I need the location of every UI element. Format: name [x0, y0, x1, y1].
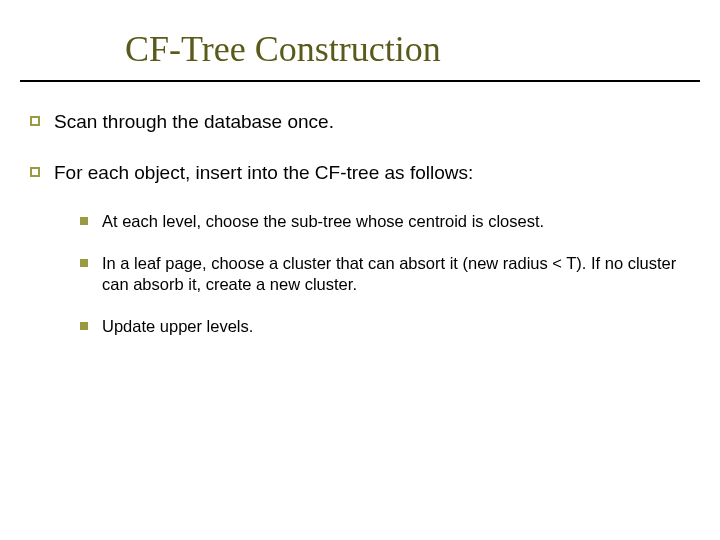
- slide-title: CF-Tree Construction: [125, 28, 680, 70]
- list-item: In a leaf page, choose a cluster that ca…: [80, 253, 690, 296]
- square-solid-bullet-icon: [80, 217, 88, 225]
- list-item: For each object, insert into the CF-tree…: [30, 161, 690, 186]
- bullet-text: At each level, choose the sub-tree whose…: [102, 211, 690, 232]
- bullet-text: In a leaf page, choose a cluster that ca…: [102, 253, 690, 296]
- square-solid-bullet-icon: [80, 259, 88, 267]
- bullet-text: Scan through the database once.: [54, 110, 690, 135]
- sub-list: At each level, choose the sub-tree whose…: [30, 211, 690, 337]
- list-item: Update upper levels.: [80, 316, 690, 337]
- square-outline-bullet-icon: [30, 116, 40, 126]
- list-item: At each level, choose the sub-tree whose…: [80, 211, 690, 232]
- bullet-text: Update upper levels.: [102, 316, 690, 337]
- list-item: Scan through the database once.: [30, 110, 690, 135]
- content-area: Scan through the database once. For each…: [0, 82, 720, 337]
- title-wrap: CF-Tree Construction: [0, 0, 720, 70]
- square-outline-bullet-icon: [30, 167, 40, 177]
- slide: CF-Tree Construction Scan through the da…: [0, 0, 720, 540]
- square-solid-bullet-icon: [80, 322, 88, 330]
- bullet-text: For each object, insert into the CF-tree…: [54, 161, 690, 186]
